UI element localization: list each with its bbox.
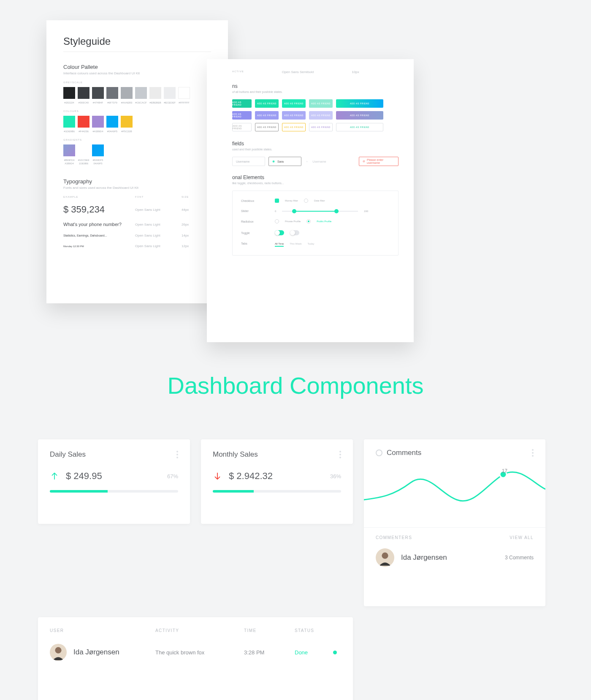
typo-size: 12px bbox=[182, 244, 203, 248]
top-font: Open Sans Semibold bbox=[282, 70, 314, 74]
button-purple-1[interactable]: ADD AS FRIEND bbox=[232, 111, 252, 120]
typography-row: $ 359,234Open Sans Light44px bbox=[63, 204, 211, 215]
swatch-label: #049DF5 bbox=[92, 159, 104, 161]
gradient-labels-2: A389D41DE9B604A9F5 bbox=[63, 162, 211, 165]
slider-track[interactable] bbox=[282, 211, 358, 212]
more-icon[interactable] bbox=[176, 451, 178, 458]
swatch-label: 1DE9B6 bbox=[78, 162, 89, 165]
button-outline-purple[interactable]: ADD AS FRIEND bbox=[309, 123, 333, 131]
row-toggle: Toggle bbox=[241, 230, 390, 235]
button-green-gradient[interactable]: ADD AS FRIEND bbox=[336, 99, 383, 108]
button-outline-3[interactable]: ADD AS FRIEND bbox=[282, 123, 306, 131]
view-all-link[interactable]: VIEW ALL bbox=[510, 535, 534, 540]
typo-example: $ 359,234 bbox=[63, 204, 135, 215]
slider-min: 0 bbox=[275, 210, 276, 212]
swatch-label: #F5C22B bbox=[121, 130, 133, 133]
commenter-row[interactable]: Ida Jørgensen 3 Comments bbox=[376, 548, 534, 567]
swatch-label: #474B4F bbox=[92, 101, 104, 104]
toggle-on[interactable] bbox=[275, 230, 284, 235]
tab-today[interactable]: Today bbox=[308, 242, 314, 245]
daily-sales-card: Daily Sales $ 249.95 67% bbox=[38, 439, 190, 524]
button-purple-2[interactable]: ADD AS FRIEND bbox=[255, 111, 279, 120]
button-outline-green[interactable]: ADD AS FRIEND bbox=[336, 123, 383, 131]
col-size: SIZE bbox=[182, 196, 203, 198]
tab-thisweek[interactable]: This Week bbox=[290, 242, 301, 245]
checkbox-off-label: Date filter bbox=[314, 199, 325, 202]
monthly-progress bbox=[213, 490, 341, 493]
active-label: ACTIVE bbox=[232, 70, 244, 74]
toggle-off[interactable] bbox=[290, 230, 299, 235]
colours-label: COLOURS bbox=[63, 110, 211, 112]
button-purple-4[interactable]: ADD AS FRIEND bbox=[309, 111, 333, 120]
field-focused[interactable]: ◉Sara bbox=[268, 157, 301, 166]
swatch-label: #FFFFFF bbox=[178, 101, 190, 104]
button-outline-1[interactable]: ADD AS FRIEND bbox=[232, 123, 252, 131]
radio-off-label: Private Profile bbox=[285, 220, 301, 223]
typo-example: What's your phone number? bbox=[63, 222, 135, 227]
button-purple-3[interactable]: ADD AS FRIEND bbox=[282, 111, 306, 120]
button-purple-gradient[interactable]: ADD AS FRIEND bbox=[336, 111, 383, 120]
row-slider: Slider 0 200 bbox=[241, 210, 390, 212]
checkbox-off[interactable] bbox=[304, 199, 308, 203]
radio-off[interactable] bbox=[275, 219, 279, 223]
more-icon[interactable] bbox=[532, 449, 534, 457]
swatch-label: #393C40 bbox=[78, 101, 89, 104]
typography-heading: Typography bbox=[63, 178, 211, 185]
row-activity: The quick brown fox bbox=[155, 649, 244, 656]
swatch bbox=[164, 87, 176, 99]
status-dot-icon bbox=[333, 651, 337, 654]
swatch bbox=[149, 87, 161, 99]
slider-label: Slider bbox=[241, 210, 275, 212]
gradient-labels-1: #899FD4#1DCSE9#049DF5 bbox=[63, 159, 211, 161]
button-green-2[interactable]: ADD AS FRIEND bbox=[255, 99, 279, 108]
greyscale-labels: #202224#393C40#474B4F#6F7379#AAAEB3#C6CA… bbox=[63, 101, 211, 104]
buttons-row-outline: ADD AS FRIEND ADD AS FRIEND ADD AS FRIEN… bbox=[232, 123, 399, 131]
daily-pct: 67% bbox=[167, 473, 178, 479]
swatch bbox=[63, 87, 75, 99]
svg-point-1 bbox=[382, 553, 388, 559]
field-default[interactable]: Username bbox=[232, 157, 265, 166]
fields-row: Username ◉Sara › Username ⊘Please enter … bbox=[232, 157, 399, 166]
swatch bbox=[92, 144, 104, 156]
swatch bbox=[121, 116, 133, 128]
button-outline-2[interactable]: ADD AS FRIEND bbox=[255, 123, 279, 131]
swatch-label: #1DE9B6 bbox=[63, 130, 75, 133]
swatch-label: A389D4 bbox=[63, 162, 75, 165]
radio-on[interactable] bbox=[306, 219, 311, 223]
gradient-swatches bbox=[63, 144, 211, 156]
comment-icon bbox=[376, 449, 382, 456]
colour-labels: #1DE9B6#F44236#A389D4#04A9F5#F5C22B bbox=[63, 130, 211, 133]
monthly-sales-card: Monthly Sales $ 2.942.32 36% bbox=[201, 439, 353, 524]
top-size: 10px bbox=[352, 70, 359, 74]
table-header: USER ACTIVITY TIME STATUS bbox=[50, 628, 341, 633]
tab-alltime[interactable]: All Time bbox=[275, 242, 284, 245]
button-green-3[interactable]: ADD AS FRIEND bbox=[282, 99, 306, 108]
col-activity: ACTIVITY bbox=[155, 628, 244, 633]
field-caret-icon: › bbox=[306, 160, 307, 163]
more-icon[interactable] bbox=[339, 451, 341, 458]
field-value: Sara bbox=[277, 160, 284, 163]
typo-size: 44px bbox=[182, 208, 203, 212]
table-row[interactable]: Ida Jørgensen The quick brown fox 3:28 P… bbox=[50, 644, 341, 661]
commenter-count: 3 Comments bbox=[505, 555, 534, 561]
button-green-1[interactable]: ADD AS FRIEND bbox=[232, 99, 252, 108]
swatch bbox=[92, 116, 104, 128]
swatch-label: #202224 bbox=[63, 101, 75, 104]
button-green-4[interactable]: ADD AS FRIEND bbox=[309, 99, 333, 108]
buttons-heading: ns bbox=[232, 83, 399, 89]
elements-heading: onal Elements bbox=[232, 174, 399, 180]
swatch-label: #EBEBEB bbox=[149, 101, 161, 104]
typography-row: Statistics, Earnings, Dahsboard...Open S… bbox=[63, 234, 211, 237]
swatch bbox=[78, 116, 89, 128]
typography-row: What's your phone number?Open Sans Light… bbox=[63, 222, 211, 227]
col-status: STATUS bbox=[295, 628, 337, 633]
typography-sub: Fonts and sizes used across the Dashboar… bbox=[63, 186, 211, 190]
buttons-sub: of all buttons and their posibble states… bbox=[232, 90, 399, 93]
field-error[interactable]: ⊘Please enter username bbox=[359, 157, 399, 166]
typography-rows: $ 359,234Open Sans Light44pxWhat's your … bbox=[63, 204, 211, 248]
checkbox-on-label: Money filter bbox=[285, 199, 298, 202]
swatch bbox=[135, 87, 147, 99]
checkbox-on[interactable] bbox=[275, 199, 279, 203]
swatch bbox=[178, 87, 190, 99]
toggle-label: Toggle bbox=[241, 232, 275, 234]
